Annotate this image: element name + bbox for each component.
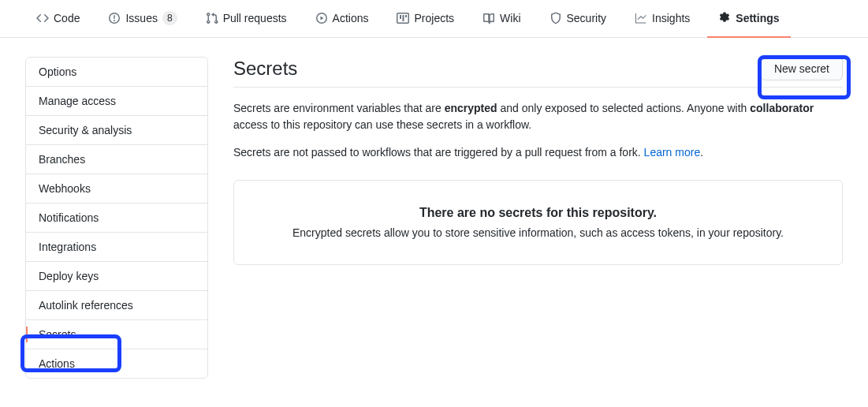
- sidebar-item-notifications[interactable]: Notifications: [26, 204, 207, 233]
- tab-issues[interactable]: Issues 8: [97, 0, 188, 38]
- description-2: Secrets are not passed to workflows that…: [233, 144, 843, 161]
- sidebar-item-manage-access[interactable]: Manage access: [26, 87, 207, 116]
- tab-label: Insights: [652, 6, 690, 30]
- sidebar-item-deploy-keys[interactable]: Deploy keys: [26, 262, 207, 291]
- tab-label: Projects: [414, 6, 454, 30]
- tab-label: Security: [567, 6, 607, 30]
- tab-security[interactable]: Security: [538, 0, 618, 38]
- sidebar-item-autolink-references[interactable]: Autolink references: [26, 291, 207, 320]
- sidebar-item-secrets[interactable]: Secrets: [26, 320, 207, 349]
- blankslate: There are no secrets for this repository…: [233, 180, 843, 265]
- sidebar-item-actions[interactable]: Actions: [26, 349, 207, 378]
- code-icon: [36, 12, 49, 24]
- new-secret-button[interactable]: New secret: [761, 57, 843, 80]
- sidebar-item-label: Deploy keys: [39, 270, 99, 282]
- issue-icon: [108, 12, 121, 24]
- sidebar-item-label: Branches: [39, 153, 85, 166]
- sidebar-item-label: Notifications: [39, 211, 99, 224]
- tab-wiki[interactable]: Wiki: [471, 0, 531, 38]
- issues-count: 8: [162, 11, 177, 25]
- graph-icon: [635, 12, 647, 24]
- tab-label: Code: [54, 6, 80, 30]
- sidebar-item-branches[interactable]: Branches: [26, 145, 207, 174]
- sidebar-item-options[interactable]: Options: [26, 58, 207, 87]
- sidebar-item-integrations[interactable]: Integrations: [26, 233, 207, 262]
- description-1: Secrets are environment variables that a…: [233, 100, 843, 133]
- sidebar-item-webhooks[interactable]: Webhooks: [26, 174, 207, 204]
- tab-pull-requests[interactable]: Pull requests: [195, 0, 298, 38]
- sidebar-item-label: Webhooks: [39, 182, 91, 195]
- tab-label: Settings: [736, 6, 779, 30]
- repo-nav: Code Issues 8 Pull requests Actions Proj…: [0, 0, 868, 38]
- blankslate-body: Encrypted secrets allow you to store sen…: [259, 226, 817, 239]
- sidebar-item-security-analysis[interactable]: Security & analysis: [26, 116, 207, 145]
- sidebar-item-label: Secrets: [39, 328, 76, 341]
- sidebar-item-label: Options: [39, 65, 76, 78]
- tab-code[interactable]: Code: [25, 0, 91, 38]
- sidebar-item-label: Autolink references: [39, 299, 133, 312]
- secrets-panel: Secrets New secret Secrets are environme…: [233, 57, 843, 265]
- sidebar-item-label: Manage access: [39, 95, 116, 107]
- blankslate-title: There are no secrets for this repository…: [259, 206, 817, 220]
- tab-label: Issues: [125, 6, 157, 30]
- book-icon: [482, 12, 495, 24]
- page-title: Secrets: [233, 58, 297, 80]
- learn-more-link[interactable]: Learn more: [644, 146, 701, 159]
- tab-actions[interactable]: Actions: [304, 0, 380, 38]
- shield-icon: [549, 12, 562, 24]
- sidebar-item-label: Actions: [39, 357, 75, 370]
- sidebar-item-label: Security & analysis: [39, 124, 132, 136]
- tab-projects[interactable]: Projects: [386, 0, 465, 38]
- sidebar-item-label: Integrations: [39, 241, 96, 253]
- git-pull-request-icon: [206, 12, 218, 24]
- tab-settings[interactable]: Settings: [707, 0, 790, 38]
- settings-container: Options Manage access Security & analysi…: [0, 38, 868, 398]
- gear-icon: [718, 12, 731, 24]
- tab-insights[interactable]: Insights: [624, 0, 701, 38]
- play-icon: [315, 12, 328, 24]
- settings-sidebar: Options Manage access Security & analysi…: [25, 57, 208, 379]
- subhead: Secrets New secret: [233, 57, 843, 88]
- tab-label: Actions: [333, 6, 369, 30]
- tab-label: Pull requests: [223, 6, 287, 30]
- tab-label: Wiki: [500, 6, 520, 30]
- project-icon: [397, 12, 409, 24]
